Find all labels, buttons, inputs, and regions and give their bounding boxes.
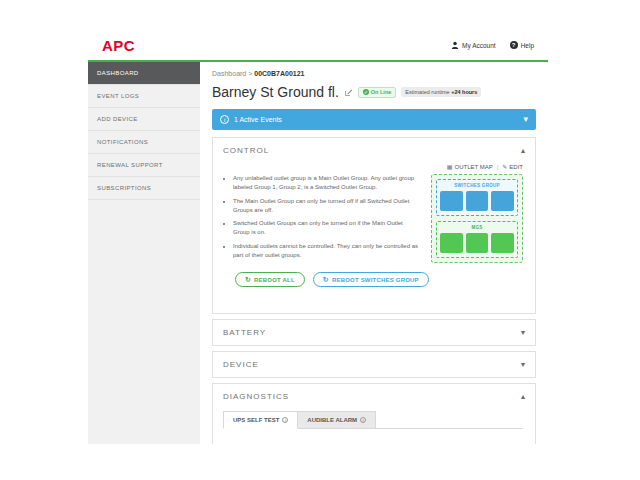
refresh-icon: ↻ bbox=[323, 276, 329, 283]
help-icon: ? bbox=[510, 41, 518, 49]
sidebar-item-renewal-support[interactable]: RENEWAL SUPPORT bbox=[88, 154, 200, 177]
page-canvas: APC My Account ? Help DASHBOARD EVENT LO… bbox=[0, 0, 640, 480]
tab-audible-alarm-label: AUDIBLE ALARM bbox=[307, 417, 357, 423]
control-section: CONTROL ▴ ▦ OUTLET MAP | ✎ EDIT bbox=[212, 137, 536, 314]
reboot-switches-label: REBOOT SWITCHES GROUP bbox=[332, 277, 419, 283]
device-title: DEVICE bbox=[223, 360, 259, 369]
pencil-icon: ✎ bbox=[502, 163, 507, 170]
outlet-square[interactable] bbox=[491, 191, 514, 211]
refresh-icon: ↻ bbox=[245, 276, 251, 283]
outlet-map-link[interactable]: ▦ OUTLET MAP bbox=[447, 163, 493, 170]
app-window: APC My Account ? Help DASHBOARD EVENT LO… bbox=[88, 30, 548, 444]
battery-header[interactable]: BATTERY ▾ bbox=[213, 320, 535, 345]
runtime-label: Estimated runtime bbox=[405, 89, 451, 95]
control-note: Any unlabelled outlet group is a Main Ou… bbox=[233, 174, 419, 193]
chevron-up-icon[interactable]: ▴ bbox=[521, 393, 525, 401]
my-account-label: My Account bbox=[462, 42, 496, 49]
device-header[interactable]: DEVICE ▾ bbox=[213, 352, 535, 377]
person-icon bbox=[451, 41, 459, 49]
help-label: Help bbox=[521, 42, 534, 49]
status-badge: ✓ On Line bbox=[358, 87, 396, 98]
edit-device-name-icon[interactable] bbox=[344, 88, 353, 97]
info-icon: i bbox=[282, 417, 288, 423]
tab-audible-alarm[interactable]: AUDIBLE ALARM i bbox=[298, 411, 376, 429]
diagnostics-tabs: UPS SELF TEST i AUDIBLE ALARM i bbox=[213, 409, 535, 444]
tab-panel bbox=[223, 428, 523, 444]
sidebar-item-notifications[interactable]: NOTIFICATIONS bbox=[88, 131, 200, 154]
outlet-map-icon: ▦ bbox=[447, 163, 453, 170]
battery-section: BATTERY ▾ bbox=[212, 319, 536, 346]
sidebar: DASHBOARD EVENT LOGS ADD DEVICE NOTIFICA… bbox=[88, 62, 200, 444]
sidebar-item-subscriptions[interactable]: SUBSCRIPTIONS bbox=[88, 177, 200, 200]
chevron-down-icon[interactable]: ▾ bbox=[523, 115, 528, 124]
apc-logo: APC bbox=[102, 37, 135, 53]
breadcrumb-dashboard[interactable]: Dashboard bbox=[212, 70, 246, 77]
control-body: Any unlabelled outlet group is a Main Ou… bbox=[213, 174, 535, 264]
outlet-group-switches-label: SWITCHES GROUP bbox=[440, 183, 514, 188]
outlet-square[interactable] bbox=[440, 191, 463, 211]
sidebar-item-dashboard[interactable]: DASHBOARD bbox=[88, 62, 200, 85]
battery-title: BATTERY bbox=[223, 328, 266, 337]
topbar-right: My Account ? Help bbox=[451, 41, 534, 49]
outlet-group-main-label: MGS bbox=[440, 225, 514, 230]
info-icon: i bbox=[220, 115, 229, 124]
active-events-banner[interactable]: i 1 Active Events ▾ bbox=[212, 109, 536, 130]
reboot-all-button[interactable]: ↻ REBOOT ALL bbox=[235, 272, 305, 287]
breadcrumb-separator: > bbox=[248, 70, 252, 77]
edit-link-label: EDIT bbox=[509, 164, 523, 170]
breadcrumb-device-id: 00C0B7A00121 bbox=[254, 70, 304, 77]
outlet-map-link-label: OUTLET MAP bbox=[455, 164, 493, 170]
outlet-row bbox=[440, 233, 514, 253]
check-icon: ✓ bbox=[363, 89, 369, 95]
outlet-square[interactable] bbox=[466, 191, 489, 211]
active-events-label: 1 Active Events bbox=[234, 116, 282, 123]
chevron-down-icon[interactable]: ▾ bbox=[521, 329, 525, 337]
tab-bar: UPS SELF TEST i AUDIBLE ALARM i bbox=[223, 411, 525, 429]
outlet-map-diagram: SWITCHES GROUP MGS bbox=[431, 174, 523, 263]
reboot-switches-group-button[interactable]: ↻ REBOOT SWITCHES GROUP bbox=[313, 272, 429, 287]
body-row: DASHBOARD EVENT LOGS ADD DEVICE NOTIFICA… bbox=[88, 62, 548, 444]
diagnostics-header[interactable]: DIAGNOSTICS ▴ bbox=[213, 384, 535, 409]
control-note: The Main Outlet Group can only be turned… bbox=[233, 197, 419, 216]
page-title: Barney St Ground fl. bbox=[212, 84, 339, 100]
tab-ups-self-test[interactable]: UPS SELF TEST i bbox=[223, 411, 298, 429]
my-account-button[interactable]: My Account bbox=[451, 41, 496, 49]
breadcrumb: Dashboard > 00C0B7A00121 bbox=[212, 70, 536, 77]
title-row: Barney St Ground fl. ✓ On Line Estimated… bbox=[212, 84, 536, 100]
edit-link[interactable]: ✎ EDIT bbox=[502, 163, 523, 170]
topbar: APC My Account ? Help bbox=[88, 30, 548, 62]
control-buttons: ↻ REBOOT ALL ↻ REBOOT SWITCHES GROUP bbox=[213, 264, 535, 313]
links-divider: | bbox=[497, 164, 499, 170]
control-note: Individual outlets cannot be controlled.… bbox=[233, 242, 419, 261]
runtime-value: +24 hours bbox=[451, 89, 477, 95]
control-links: ▦ OUTLET MAP | ✎ EDIT bbox=[213, 163, 535, 174]
reboot-all-label: REBOOT ALL bbox=[254, 277, 295, 283]
diagnostics-title: DIAGNOSTICS bbox=[223, 392, 289, 401]
outlet-square[interactable] bbox=[440, 233, 463, 253]
status-badge-label: On Line bbox=[371, 89, 391, 95]
sidebar-item-add-device[interactable]: ADD DEVICE bbox=[88, 108, 200, 131]
main-content: Dashboard > 00C0B7A00121 Barney St Groun… bbox=[200, 62, 548, 444]
control-note: Switched Outlet Groups can only be turne… bbox=[233, 219, 419, 238]
chevron-up-icon[interactable]: ▴ bbox=[521, 147, 525, 155]
tab-ups-self-test-label: UPS SELF TEST bbox=[233, 417, 279, 423]
runtime-badge: Estimated runtime +24 hours bbox=[401, 87, 481, 97]
control-notes-list: Any unlabelled outlet group is a Main Ou… bbox=[223, 174, 419, 264]
outlet-row bbox=[440, 191, 514, 211]
device-section: DEVICE ▾ bbox=[212, 351, 536, 378]
sidebar-item-event-logs[interactable]: EVENT LOGS bbox=[88, 85, 200, 108]
outlet-square[interactable] bbox=[491, 233, 514, 253]
control-title: CONTROL bbox=[223, 146, 269, 155]
info-icon: i bbox=[360, 417, 366, 423]
control-header[interactable]: CONTROL ▴ bbox=[213, 138, 535, 163]
help-button[interactable]: ? Help bbox=[510, 41, 534, 49]
outlet-group-switches[interactable]: SWITCHES GROUP bbox=[436, 179, 518, 216]
outlet-square[interactable] bbox=[466, 233, 489, 253]
diagnostics-section: DIAGNOSTICS ▴ UPS SELF TEST i AUDIBLE AL… bbox=[212, 383, 536, 444]
chevron-down-icon[interactable]: ▾ bbox=[521, 361, 525, 369]
outlet-group-main[interactable]: MGS bbox=[436, 221, 518, 258]
